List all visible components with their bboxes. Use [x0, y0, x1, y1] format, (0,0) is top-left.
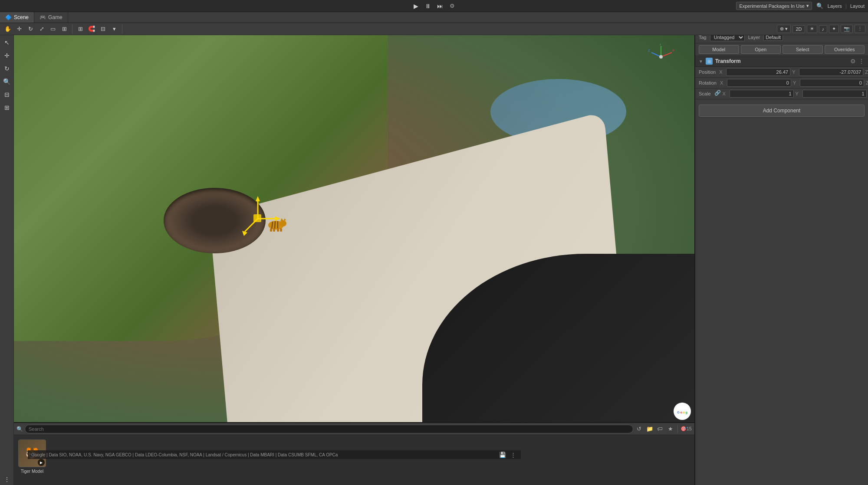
z-label-pos: Z: [865, 69, 868, 75]
folder-icon[interactable]: 📁: [645, 425, 654, 433]
google-maps-logo: G o o g: [674, 403, 691, 420]
asset-count: 🎯15: [681, 426, 692, 432]
transform-tools: ✋ ✛ ↻ ⤢ ▭ ⊞: [3, 24, 72, 34]
rotation-x-group: X: [720, 79, 791, 87]
scale-tool[interactable]: ⤢: [36, 24, 47, 34]
rotation-label: Rotation: [699, 80, 717, 85]
tab-bar: 🔷 Scene 🎮 Game: [0, 12, 868, 23]
rotate-tool[interactable]: ↻: [25, 24, 36, 34]
tab-scene[interactable]: 🔷 Scene: [0, 12, 34, 23]
snap-tool[interactable]: 🧲: [86, 24, 97, 34]
position-x-input[interactable]: [726, 68, 790, 76]
y-label-rot: Y: [793, 80, 799, 85]
audio-button[interactable]: ♪: [819, 25, 828, 33]
position-label: Position: [699, 69, 716, 75]
action-buttons-row: Model Open Select Overrides: [695, 43, 868, 56]
lighting-button[interactable]: ☀: [807, 25, 817, 33]
grid-tool[interactable]: ⊞: [75, 24, 85, 34]
tag-label: Tag: [699, 35, 707, 40]
rotation-y-group: Y: [793, 79, 864, 87]
game-icon: 🎮: [39, 14, 46, 20]
scene-label: Scene: [14, 14, 29, 20]
grid-tools: ⊞ 🧲 ⊟ ▾: [75, 24, 122, 34]
add-component-button[interactable]: Add Component: [699, 105, 865, 117]
favorite-icon[interactable]: ★: [666, 425, 675, 433]
move-tool[interactable]: ✛: [14, 24, 24, 34]
position-row: Position X Y Z: [695, 67, 868, 78]
camera-button[interactable]: 📷: [841, 25, 853, 33]
rotation-x-input[interactable]: [727, 79, 791, 87]
save-icon[interactable]: 💾: [498, 450, 507, 459]
select-button[interactable]: Select: [783, 45, 823, 54]
open-button[interactable]: Open: [741, 45, 781, 54]
rect-tool[interactable]: ▭: [48, 24, 58, 34]
position-z-group: Z: [865, 68, 868, 76]
position-y-group: Y: [792, 68, 863, 76]
settings-icon[interactable]: ⚙: [448, 2, 457, 10]
scale-x-input[interactable]: [730, 90, 794, 98]
svg-text:Z: Z: [648, 49, 650, 52]
tab-game[interactable]: 🎮 Game: [34, 12, 68, 23]
search-icon-bottom: 🔍: [16, 426, 23, 432]
scale-y-input[interactable]: [802, 90, 867, 98]
experimental-packages-dropdown[interactable]: Experimental Packages In Use ▾: [736, 2, 812, 10]
transform-expand-icon: ▼: [699, 59, 703, 64]
hand-tool[interactable]: ✋: [3, 24, 13, 34]
position-y-input[interactable]: [799, 68, 863, 76]
asset-search-input[interactable]: [25, 425, 633, 433]
viewport[interactable]: X Y Z Google | Data SIO, NOAA, U.S. Navy…: [14, 35, 694, 485]
multi-tool[interactable]: ⊞: [59, 24, 69, 34]
svg-marker-7: [283, 218, 286, 221]
scale-link-icon[interactable]: 🔗: [714, 90, 721, 98]
playback-controls: ▶ ⏸ ⏭ ⚙: [411, 2, 457, 10]
align-tool[interactable]: ⊟: [98, 24, 108, 34]
experimental-packages-label: Experimental Packages In Use: [739, 3, 804, 9]
gizmo-button[interactable]: ⊕ ▾: [777, 25, 791, 33]
more-viewport-button[interactable]: ⋮: [855, 25, 865, 33]
x-label-scale: X: [723, 91, 729, 96]
play-button[interactable]: ▶: [411, 2, 420, 10]
tag-icon[interactable]: 🏷: [656, 425, 664, 433]
svg-rect-18: [253, 214, 261, 222]
pointer-tool[interactable]: ↖: [1, 37, 13, 48]
transform-icon: ⊞: [706, 58, 713, 65]
object-tool[interactable]: ⊞: [1, 102, 13, 113]
x-label-pos: X: [719, 69, 725, 75]
overrides-button[interactable]: Overrides: [825, 45, 865, 54]
pause-button[interactable]: ⏸: [424, 2, 432, 10]
step-button[interactable]: ⏭: [436, 2, 444, 10]
more-tools[interactable]: ▾: [109, 24, 119, 34]
layout-label: Layout: [850, 3, 865, 9]
transform-section-header[interactable]: ▼ ⊞ Transform ⚙ ⋮: [695, 56, 868, 67]
transform-gizmo[interactable]: [232, 193, 284, 245]
axis-gizmo: X Y Z: [648, 44, 674, 70]
svg-text:o: o: [683, 410, 685, 414]
move-tool-sidebar[interactable]: ✛: [1, 50, 13, 61]
more-icon[interactable]: ⋮: [509, 450, 517, 459]
effects-button[interactable]: ✦: [829, 25, 839, 33]
y-label-pos: Y: [792, 69, 798, 75]
transform-settings-icon[interactable]: ⚙: [850, 58, 856, 65]
model-label: Model: [699, 45, 739, 54]
more-sidebar-tool[interactable]: ⋮: [1, 474, 13, 485]
search-icon[interactable]: 🔍: [815, 2, 824, 10]
x-label-rot: X: [720, 80, 726, 85]
game-label: Game: [48, 14, 62, 20]
play-badge-icon: ▶: [38, 459, 45, 466]
zoom-tool[interactable]: 🔍: [1, 76, 13, 87]
layers-label: Layers: [828, 3, 842, 9]
refresh-icon[interactable]: ↺: [635, 425, 644, 433]
2d-button[interactable]: 2D: [792, 25, 805, 33]
rotate-tool-sidebar[interactable]: ↻: [1, 63, 13, 74]
svg-line-19: [661, 52, 672, 57]
scene-view[interactable]: X Y Z Google | Data SIO, NOAA, U.S. Navy…: [14, 35, 694, 472]
rotation-y-input[interactable]: [800, 79, 864, 87]
position-fields: X Y Z: [719, 68, 868, 76]
z-label-rot: Z: [866, 80, 868, 85]
svg-text:Y: Y: [659, 44, 662, 46]
layer-tool[interactable]: ⊟: [1, 89, 13, 100]
dropdown-chevron-icon: ▾: [806, 3, 809, 9]
rotation-z-group: Z: [866, 79, 868, 87]
asset-name-label: Tiger Model: [21, 469, 43, 474]
transform-more-icon[interactable]: ⋮: [858, 58, 865, 65]
